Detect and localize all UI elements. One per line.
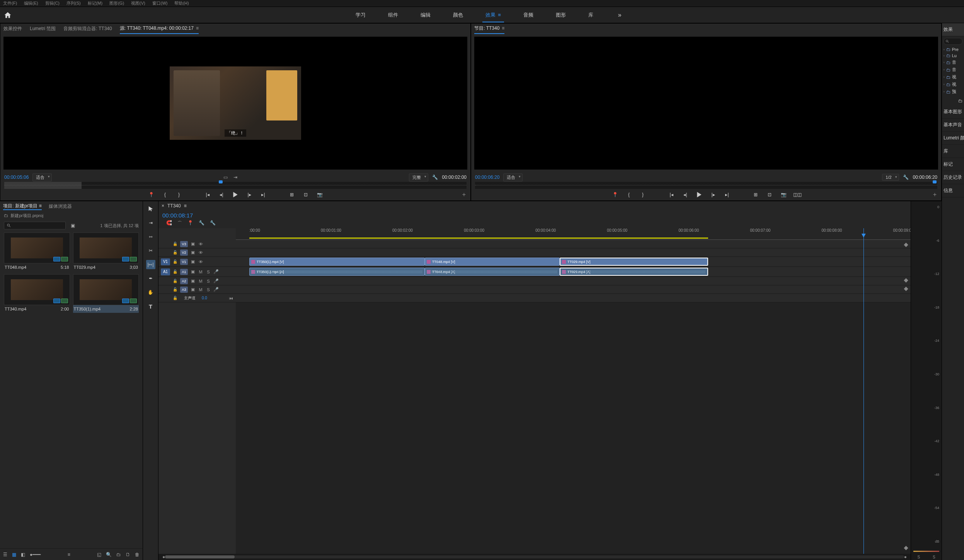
eye-icon[interactable]: 👁 <box>198 242 203 246</box>
timeline-h-scroll[interactable]: ● ● <box>158 554 911 560</box>
snap-button[interactable]: 🧲 <box>166 220 172 227</box>
fx-badge-icon[interactable] <box>562 270 566 274</box>
sync-lock-icon[interactable]: ▣ <box>190 287 196 292</box>
mark-out-button[interactable]: } <box>175 191 182 198</box>
step-forward-button[interactable]: |▸ <box>710 191 717 198</box>
timeline-settings-button[interactable]: 🔧 <box>199 220 204 227</box>
workspace-graphics[interactable]: 图形 <box>554 8 567 22</box>
collapsed-panel-tab[interactable]: 库 <box>942 145 964 158</box>
effects-folder[interactable]: ›🗀预 <box>944 88 962 95</box>
pen-tool[interactable]: ✒ <box>146 274 155 283</box>
solo-right-button[interactable]: S <box>933 555 935 559</box>
workspace-audio[interactable]: 音频 <box>522 8 535 22</box>
hand-tool[interactable]: ✋ <box>146 288 155 297</box>
mute-button[interactable]: M <box>198 270 203 274</box>
track-select-tool[interactable]: ⇥ <box>146 218 155 227</box>
razor-tool[interactable]: ✂ <box>146 246 155 255</box>
effects-panel-tab[interactable]: 效果 <box>942 23 964 36</box>
workspace-assembly[interactable]: 组件 <box>387 8 400 22</box>
menu-help[interactable]: 帮助(H) <box>174 0 189 6</box>
lock-icon[interactable]: 🔓 <box>172 296 178 300</box>
menu-sequence[interactable]: 序列(S) <box>66 0 81 6</box>
effects-folder[interactable]: ›🗀视 <box>944 81 962 88</box>
new-bin-button[interactable]: 🗀 <box>116 552 121 557</box>
source-patch-a1[interactable]: A1 <box>161 268 170 275</box>
go-to-in-button[interactable]: |◂ <box>668 191 675 198</box>
panel-menu-icon[interactable]: ≡ <box>502 25 504 31</box>
insert-overwrite-icon[interactable]: ⇥ <box>232 174 238 180</box>
eye-icon[interactable]: 👁 <box>198 250 203 255</box>
go-to-out-button[interactable]: ▸| <box>260 191 267 198</box>
effects-search-input[interactable] <box>944 38 962 45</box>
source-scrubber[interactable] <box>4 182 467 189</box>
effects-folder[interactable]: ›🗀Lu <box>944 53 962 59</box>
menu-mark[interactable]: 标记(M) <box>88 0 103 6</box>
sync-lock-icon[interactable]: ▣ <box>190 259 196 264</box>
program-resolution-dropdown[interactable]: 1/2 <box>882 174 899 181</box>
voice-icon[interactable]: 🎤 <box>213 287 219 292</box>
sync-lock-icon[interactable]: ▣ <box>190 241 196 246</box>
safe-margins-icon[interactable]: ▭ <box>222 174 228 180</box>
eye-icon[interactable]: 👁 <box>198 260 203 264</box>
menu-clip[interactable]: 剪辑(C) <box>45 0 60 6</box>
timeline-clip[interactable]: TT048.mp4 [V] <box>425 258 560 266</box>
settings-wrench-icon[interactable]: 🔧 <box>432 174 438 180</box>
filter-bin-icon[interactable]: ▣ <box>70 222 76 229</box>
source-timecode-in[interactable]: 00:00:05:06 <box>4 175 29 180</box>
workspace-color[interactable]: 颜色 <box>451 8 465 22</box>
timeline-clip[interactable]: TT029.mp4 [V] <box>560 258 708 266</box>
sync-lock-icon[interactable]: ▣ <box>190 250 196 255</box>
automate-to-seq-button[interactable]: ◱ <box>97 552 101 557</box>
tab-program[interactable]: 节目: TT340≡ <box>474 24 504 34</box>
track-header-a2[interactable]: 🔓A2▣MS🎤 <box>158 277 236 285</box>
mute-button[interactable]: M <box>198 279 203 283</box>
zoom-slider[interactable]: ●━━━ <box>30 552 41 557</box>
track-v2[interactable] <box>236 248 911 257</box>
effects-folder[interactable]: ›🗀音 <box>944 66 962 73</box>
effects-folder[interactable]: ›🗀视 <box>944 73 962 81</box>
go-to-in-button[interactable]: |◂ <box>204 191 211 198</box>
play-button[interactable] <box>696 191 703 198</box>
collapsed-panel-tab[interactable]: 标记 <box>942 158 964 171</box>
timeline-clip[interactable]: TT350(1).mp4 [V] <box>249 258 425 266</box>
collapsed-panel-tab[interactable]: Lumetri 颜 <box>942 132 964 145</box>
keyframe-icon[interactable] <box>904 287 908 291</box>
track-header-v3[interactable]: 🔓V3▣👁 <box>158 240 236 248</box>
lock-icon[interactable]: 🔓 <box>172 242 178 246</box>
home-button[interactable] <box>0 7 15 23</box>
sync-lock-icon[interactable]: ▣ <box>190 278 196 283</box>
workspace-editing[interactable]: 编辑 <box>419 8 432 22</box>
project-search-input[interactable] <box>4 222 66 229</box>
track-header-a1[interactable]: A1🔓A1▣MS🎤 <box>158 267 236 277</box>
timeline-sequence-tab[interactable]: TT340 <box>167 203 181 209</box>
track-header-a3[interactable]: 🔓A3▣MS🎤 <box>158 285 236 294</box>
panel-menu-icon[interactable]: ≡ <box>196 25 199 31</box>
solo-left-button[interactable]: S <box>917 555 920 559</box>
collapsed-panel-tab[interactable]: 信息 <box>942 184 964 197</box>
program-fit-dropdown[interactable]: 适合 <box>503 173 523 182</box>
new-bin-icon[interactable]: 🗀 <box>958 98 962 103</box>
insert-button[interactable]: ⊞ <box>288 191 295 198</box>
lock-icon[interactable]: 🔓 <box>172 260 178 264</box>
menu-graphic[interactable]: 图形(G) <box>109 0 124 6</box>
type-tool[interactable]: T <box>146 302 155 311</box>
slip-tool[interactable]: |⇿| <box>146 260 155 269</box>
find-button[interactable]: 🔍 <box>106 552 112 557</box>
source-resolution-dropdown[interactable]: 完整 <box>409 173 428 182</box>
timeline-clip[interactable]: TT350(1).mp4 [A] <box>249 268 425 276</box>
source-monitor-view[interactable]: 「绝」！ <box>3 37 467 170</box>
tab-source[interactable]: 源: TT340: TT048.mp4: 00:00:02:17≡ <box>120 24 199 34</box>
timeline-tracks-area[interactable]: :00:0000:00:01:0000:00:02:0000:00:03:000… <box>236 228 911 554</box>
tab-media-browser[interactable]: 媒体浏览器 <box>49 203 72 210</box>
delete-button[interactable]: 🗑 <box>135 552 140 557</box>
fx-badge-icon[interactable] <box>427 260 431 264</box>
lock-icon[interactable]: 🔓 <box>172 279 178 283</box>
source-fit-dropdown[interactable]: 适合 <box>32 173 52 182</box>
sort-button[interactable]: ≡ <box>68 552 70 557</box>
tab-audio-clip-mixer[interactable]: 音频剪辑混合器: TT340 <box>63 24 112 34</box>
workspace-menu-icon[interactable]: ≡ <box>498 12 501 18</box>
overwrite-button[interactable]: ⊡ <box>302 191 309 198</box>
track-header-master[interactable]: 🔓主声道0.0⏮ <box>158 294 236 302</box>
source-patch-v1[interactable]: V1 <box>161 258 170 265</box>
solo-button[interactable]: S <box>206 287 211 292</box>
